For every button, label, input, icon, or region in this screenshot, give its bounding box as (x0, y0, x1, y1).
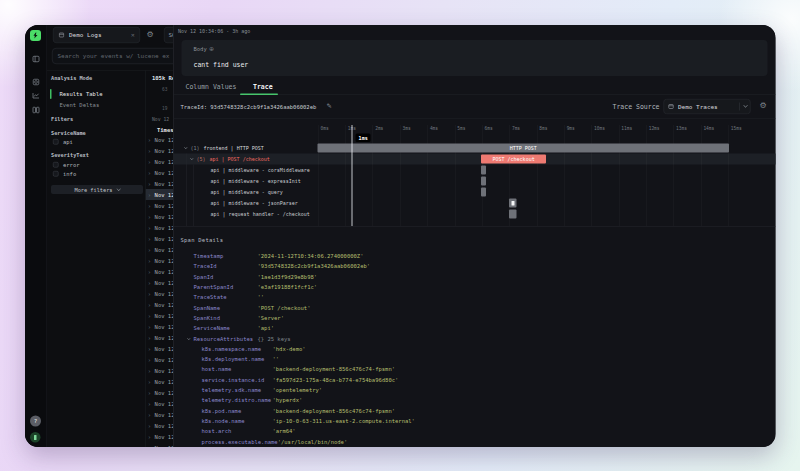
analysis-mode-results-table[interactable]: Results Table (47, 89, 145, 100)
span-label: api | request handler - /checkout (211, 211, 310, 217)
span-row[interactable]: api | middleware - corsMiddleware (211, 165, 310, 176)
result-row-timestamp: Nov 12 (155, 334, 175, 341)
chevron-right-icon: › (148, 257, 152, 264)
filter-option-info[interactable]: info (47, 169, 145, 179)
chevron-right-icon: › (148, 279, 152, 286)
detail-key: service.instance.id (202, 376, 273, 383)
time-axis-tick: 15ms (731, 126, 742, 131)
detail-row[interactable]: ServiceName'api' (174, 323, 776, 333)
span-row[interactable]: api | middleware - query (211, 187, 283, 198)
detail-value: '' (258, 294, 265, 301)
detail-row[interactable]: service.instance.id'fa597d23-175a-48ca-b… (174, 375, 776, 385)
checkbox[interactable] (53, 162, 59, 168)
detail-row[interactable]: SpanName'POST /checkout' (174, 303, 776, 313)
span-row[interactable]: api | middleware - jsonParser (211, 198, 298, 209)
chevron-down-icon[interactable] (190, 156, 194, 160)
span-row[interactable]: api | request handler - /checkout (211, 209, 310, 220)
clear-source-icon[interactable]: ✕ (131, 32, 135, 39)
analysis-mode-event-deltas[interactable]: Event Deltas (47, 100, 145, 111)
detail-row[interactable]: SpanId'1ae1d3f9d29e8b98' (174, 272, 776, 282)
span-duration-bar[interactable]: POST /checkout (481, 155, 546, 164)
detail-row[interactable]: k8s.node.name'ip-10-0-63-311.us-east-2.c… (174, 416, 776, 426)
chevron-down-icon (743, 103, 747, 107)
result-row-timestamp: Nov 12 (155, 367, 175, 374)
more-filters-button[interactable]: More filters (51, 185, 143, 194)
detail-row[interactable]: k8s.deployment.name'' (174, 354, 776, 364)
chevron-right-icon: › (148, 345, 152, 352)
analysis-mode-item-label: Event Deltas (60, 102, 100, 109)
detail-row[interactable]: Timestamp'2024-11-12T10:34:06.274000000Z… (174, 251, 776, 261)
tree-indent-guide (187, 154, 188, 227)
detail-row[interactable]: ResourceAttributes{} 25 keys (174, 333, 776, 343)
detail-row[interactable]: host.name'backend-deployment-856c476c74-… (174, 364, 776, 374)
grid-line (728, 125, 729, 226)
result-row-timestamp: Nov 12 (155, 147, 175, 154)
detail-row[interactable]: TraceId'93d5748328c2cb9f1a3426aab06002eb… (174, 261, 776, 271)
result-row-timestamp: Nov 12 (155, 224, 175, 231)
hyperdx-logo[interactable] (30, 30, 41, 41)
detail-row[interactable]: SpanKind'Server' (174, 313, 776, 323)
detail-row[interactable]: k8s.namespace.name'hdx-demo' (174, 344, 776, 354)
sidebar-item-sessions[interactable] (32, 106, 40, 114)
detail-row[interactable]: telemetry.sdk.name'opentelemetry' (174, 385, 776, 395)
help-button[interactable]: ? (30, 416, 41, 427)
span-event-marker (511, 201, 514, 206)
time-axis-tick: 8ms (539, 126, 547, 131)
grid-line (592, 125, 593, 226)
result-row-timestamp: Nov 12 (155, 279, 175, 286)
search-placeholder: Search your events w/ lucene ex (58, 53, 170, 60)
detail-row[interactable]: k8s.pod.name'backend-deployment-856c476c… (174, 406, 776, 416)
tab-trace[interactable]: Trace (253, 83, 273, 91)
detail-value: 'api' (258, 325, 275, 332)
gear-icon[interactable]: ⚙ (147, 31, 154, 39)
span-duration-bar[interactable] (509, 199, 516, 208)
detail-row[interactable]: TraceState'' (174, 292, 776, 302)
user-avatar[interactable] (30, 432, 41, 443)
checkbox[interactable] (53, 139, 59, 145)
checkbox[interactable] (53, 171, 59, 177)
detail-row[interactable]: telemetry.distro.name'hyperdx' (174, 395, 776, 405)
span-row[interactable]: (1)frontend | HTTP POST (185, 143, 264, 154)
trace-id-row: TraceId: 93d5748328c2cb9f1a3426aab06002e… (174, 95, 776, 119)
chevron-right-icon: › (148, 224, 152, 231)
trace-source-select[interactable]: Demo Traces (664, 99, 751, 114)
detail-row[interactable]: process.executable.name'/usr/local/bin/n… (174, 436, 776, 446)
detail-key: SpanName (194, 304, 258, 311)
avatar-glyph (34, 435, 37, 440)
gear-icon[interactable]: ⚙ (760, 101, 767, 109)
span-duration-bar[interactable] (481, 166, 486, 175)
chevron-down-icon[interactable] (187, 336, 191, 340)
circled-plus-icon[interactable]: ⊕ (209, 46, 214, 53)
filter-option-api[interactable]: api (47, 137, 145, 147)
tab-column-values[interactable]: Column Values (186, 83, 237, 91)
pencil-icon[interactable]: ✎ (327, 102, 332, 110)
detail-row[interactable]: host.arch'arm64' (174, 426, 776, 436)
select-divider (739, 103, 740, 111)
source-select[interactable]: Demo Logs ✕ (53, 27, 140, 43)
chevron-down-icon (117, 187, 121, 191)
grid-line (619, 125, 620, 226)
chevron-right-icon: › (148, 290, 152, 297)
sidebar-item-chart-explorer[interactable] (32, 92, 40, 100)
detail-row[interactable]: ParentSpanId'e3af19188f1fcf1c' (174, 282, 776, 292)
tree-indent-guide (194, 165, 195, 227)
result-row-timestamp: Nov 12 (155, 169, 175, 176)
chevron-right-icon: › (148, 180, 152, 187)
span-duration-bar[interactable]: HTTP POST (318, 144, 730, 153)
chevron-right-icon: › (148, 235, 152, 242)
sidebar-item-search[interactable] (32, 55, 40, 63)
span-duration-bar[interactable] (509, 210, 516, 219)
span-row[interactable]: api | middleware - expressInit (211, 176, 301, 187)
grid-line (318, 125, 319, 226)
span-duration-bar[interactable] (481, 177, 486, 186)
cursor-tooltip: 1ms (356, 134, 371, 143)
chevron-right-icon: › (148, 268, 152, 275)
chevron-down-icon[interactable] (184, 145, 188, 149)
chevron-right-icon: › (148, 422, 152, 429)
time-axis-tick: 6ms (485, 126, 493, 131)
span-row[interactable]: (5)api | POST /checkout (191, 154, 270, 165)
span-child-count: (5) (197, 156, 206, 162)
sidebar-item-dashboards[interactable] (32, 78, 40, 86)
trace-waterfall: 0ms1ms2ms3ms4ms5ms6ms7ms8ms9ms10ms11ms12… (174, 119, 776, 226)
span-duration-bar[interactable] (481, 188, 486, 197)
